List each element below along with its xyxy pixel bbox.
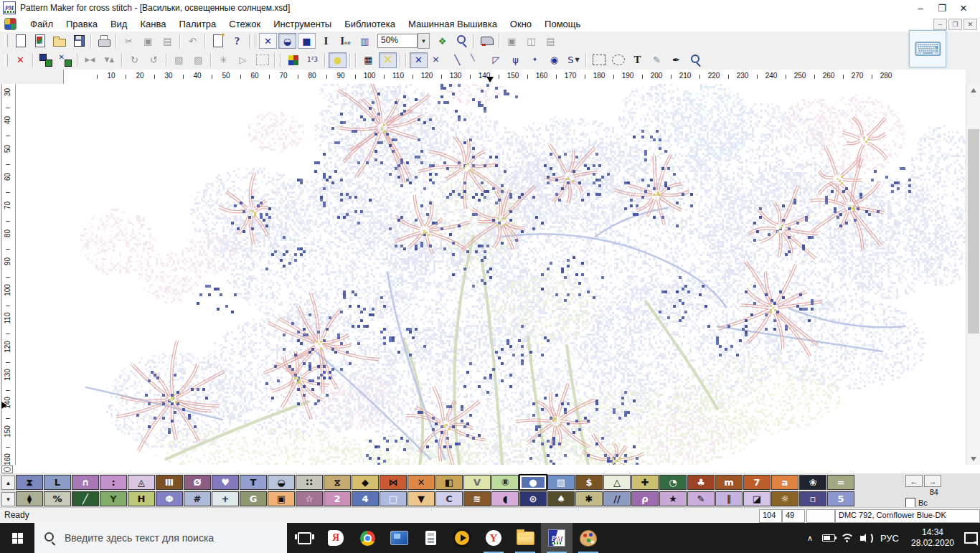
help-button[interactable]: ? — [228, 33, 246, 49]
palette-scroll-down-button[interactable]: ▼ — [1, 492, 15, 506]
palette-swatch[interactable]: ⧗ — [16, 475, 43, 490]
close-button[interactable]: ✕ — [953, 3, 974, 14]
toolbar-grip[interactable] — [4, 34, 8, 47]
palette-swatch[interactable]: ◧ — [435, 475, 463, 490]
stitch-display-button[interactable]: I — [317, 33, 335, 49]
replace-color-button[interactable] — [56, 52, 74, 68]
palette-swatch[interactable]: △ — [603, 475, 631, 490]
taskbar-app-chrome[interactable] — [352, 523, 383, 553]
palette-swatch[interactable]: 5 — [827, 491, 854, 506]
taskbar-app-pattern-maker[interactable]: PM — [541, 523, 573, 553]
child-minimize-button[interactable]: – — [933, 19, 947, 30]
half-stitch-button[interactable]: ╲ — [448, 52, 466, 68]
print-button[interactable] — [95, 33, 113, 49]
palette-swatch[interactable]: ρ — [631, 491, 659, 506]
import-image-button[interactable] — [31, 33, 49, 49]
dropdown-arrow-icon[interactable]: ▼ — [575, 57, 580, 63]
palette-swatch[interactable]: ╱ — [72, 491, 99, 506]
ellipse-select-button[interactable] — [609, 52, 627, 68]
palette-swatch[interactable]: ⧖ — [324, 475, 351, 490]
action-center-button[interactable] — [961, 523, 980, 553]
palette-swatch[interactable]: $ — [575, 475, 603, 490]
palette-swatch[interactable]: ⊙ — [519, 491, 547, 506]
machine-view-button[interactable] — [478, 33, 496, 49]
palette-swatch[interactable]: ☼ — [771, 491, 798, 506]
palette-swatch[interactable]: ◖ — [491, 491, 519, 506]
menu-item[interactable]: Палитра — [172, 17, 222, 31]
menu-item[interactable]: Правка — [60, 17, 104, 31]
palette-swatch[interactable]: G — [240, 491, 267, 506]
palette-swatch[interactable]: ▣ — [268, 491, 295, 506]
palette-swatch[interactable]: ✚ — [631, 475, 659, 490]
palette-swatch[interactable]: ♠ — [547, 491, 575, 506]
palette-swatch[interactable]: ◒ — [268, 475, 295, 490]
palette-swatch[interactable]: Φ — [156, 491, 183, 506]
scroll-up-button[interactable] — [966, 84, 980, 96]
taskbar-app-yandex-browser[interactable]: Я — [320, 523, 352, 553]
palette-swatch[interactable]: ▼ — [407, 491, 435, 506]
volume-icon[interactable] — [857, 523, 875, 553]
palette-scroll-right-button[interactable]: → — [924, 475, 941, 487]
clock[interactable]: 14:34 28.02.2020 — [904, 527, 961, 549]
bead-large-button[interactable]: ◉ — [545, 52, 563, 68]
palette-swatch[interactable]: ♣ — [687, 475, 715, 490]
hidden-icons-chevron[interactable]: ∧ — [801, 523, 819, 553]
palette-scroll-up-button[interactable]: ▲ — [1, 476, 15, 490]
zoom-area-button[interactable] — [453, 33, 471, 49]
vertical-scrollbar[interactable] — [966, 84, 980, 465]
palette-swatch[interactable]: V — [463, 475, 491, 490]
menu-item[interactable]: Стежок — [222, 17, 267, 31]
touch-keyboard-button[interactable]: ⌨ — [909, 30, 946, 67]
color-picker-button[interactable]: ✒ — [667, 52, 685, 68]
child-restore-button[interactable]: ❐ — [948, 19, 962, 30]
palette-swatch[interactable]: ⧫ — [16, 491, 43, 506]
highlight-color-button[interactable]: ● — [329, 52, 347, 68]
restore-button[interactable]: ❐ — [931, 3, 953, 14]
zoom-value[interactable]: 50% — [377, 34, 418, 48]
palette-swatch[interactable]: Y — [100, 491, 127, 506]
palette-swatch[interactable]: T — [240, 475, 267, 490]
palette-swatch[interactable]: ∩ — [72, 475, 99, 490]
child-close-button[interactable]: ✕ — [963, 19, 977, 30]
palette-swatch[interactable]: ♥ — [212, 475, 239, 490]
delete-button[interactable]: ✕ — [11, 52, 29, 68]
palette-swatch[interactable]: ◪ — [743, 491, 771, 506]
taskbar-app-calculator[interactable] — [415, 523, 446, 553]
symbol-numbers-button[interactable]: 1²3 — [303, 52, 321, 68]
palette-swatch[interactable]: 2 — [324, 491, 351, 506]
wizard-button[interactable] — [209, 33, 227, 49]
cross-highlight-button[interactable]: ✕ — [379, 52, 397, 68]
taskbar-app-file-explorer[interactable] — [509, 523, 541, 553]
palette-swatch[interactable]: ∷ — [296, 475, 323, 490]
quarter-stitch-button[interactable]: ╲ — [468, 52, 486, 68]
palette-swatch[interactable]: ★ — [659, 491, 687, 506]
menu-item[interactable]: Канва — [133, 17, 172, 31]
menu-item[interactable]: Вид — [104, 17, 134, 31]
palette-swatch[interactable]: // — [603, 491, 631, 506]
backstitch-button[interactable]: ◸ — [487, 52, 505, 68]
open-button[interactable] — [50, 33, 68, 49]
taskbar-app-photo-viewer[interactable] — [383, 523, 415, 553]
palette-swatch[interactable]: Ø — [184, 475, 211, 490]
palette-swatch[interactable]: 7 — [743, 475, 771, 490]
palette-swatch[interactable]: ☆ — [296, 491, 323, 506]
minimize-button[interactable]: – — [910, 3, 931, 14]
fit-to-window-button[interactable]: ❖ — [433, 33, 451, 49]
full-cross-stitch-button[interactable]: ✕ — [410, 52, 428, 68]
palette-swatch[interactable]: ⋈ — [380, 475, 407, 490]
taskbar-app-paint[interactable] — [573, 523, 604, 553]
special-stitch-button[interactable]: S▼ — [565, 52, 583, 68]
zoom-level-combo[interactable]: 50%▼ — [377, 33, 430, 49]
toolbar-grip[interactable] — [4, 54, 8, 67]
palette-swatch[interactable]: ✎ — [687, 491, 715, 506]
palette-swatch[interactable]: a — [771, 475, 798, 490]
knife-tool-button[interactable]: ✎ — [648, 52, 666, 68]
stitch-display-alt-button[interactable]: Iне — [336, 33, 354, 49]
palette-swatch[interactable]: # — [184, 491, 211, 506]
task-view-button[interactable] — [288, 523, 320, 553]
menu-item[interactable]: Инструменты — [267, 17, 338, 31]
palette-swatch-selected[interactable]: ● — [519, 475, 547, 490]
palette-swatch[interactable]: % — [44, 491, 71, 506]
half-stitch-view-button[interactable]: ◒ — [278, 33, 296, 49]
menu-item[interactable]: Файл — [24, 17, 60, 31]
